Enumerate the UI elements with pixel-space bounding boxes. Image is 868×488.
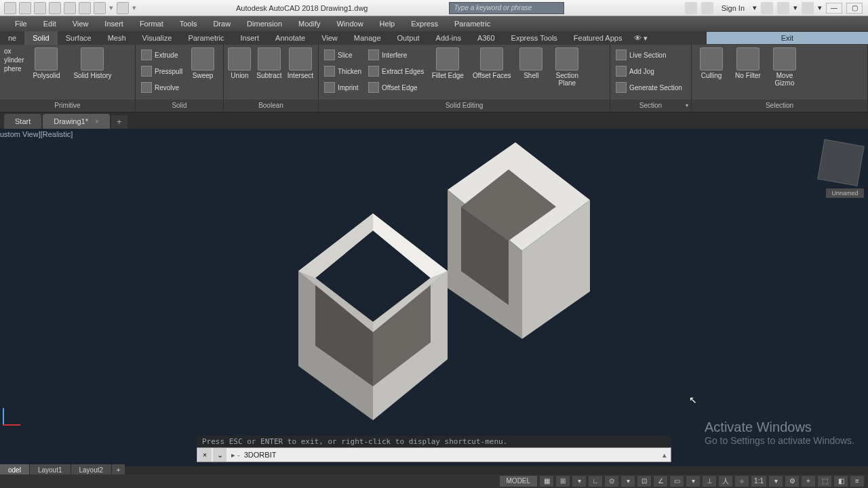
search-box[interactable]: Type a keyword or phrase <box>449 2 564 14</box>
status-3dosnap-icon[interactable]: ∠ <box>654 476 667 487</box>
menu-window[interactable]: Window <box>328 20 371 28</box>
status-snap-icon[interactable]: ⊞ <box>556 476 570 487</box>
tab-close-icon[interactable]: × <box>95 118 99 125</box>
user-icon[interactable] <box>701 2 713 14</box>
ribtab-annotate[interactable]: Annotate <box>267 31 313 45</box>
subtract-button[interactable]: Subtract <box>256 47 283 79</box>
intersect-button[interactable]: Intersect <box>287 47 314 79</box>
menu-help[interactable]: Help <box>372 20 403 28</box>
status-custom-icon[interactable]: ≡ <box>850 476 864 487</box>
ribtab-a360[interactable]: A360 <box>469 31 503 45</box>
slice-button[interactable]: Slice <box>323 47 363 62</box>
menu-view[interactable]: View <box>64 20 97 28</box>
ribtab-solid[interactable]: Solid <box>24 31 57 45</box>
presspull-button[interactable]: Presspull <box>140 64 184 79</box>
livesection-button[interactable]: Live Section <box>614 47 684 62</box>
menu-insert[interactable]: Insert <box>96 20 132 28</box>
menu-modify[interactable]: Modify <box>290 20 328 28</box>
interfere-button[interactable]: Interfere <box>367 47 425 62</box>
undo-button[interactable] <box>94 2 106 14</box>
sectionplane-button[interactable]: Section Plane <box>549 47 585 87</box>
status-plus-icon[interactable]: + <box>802 476 815 487</box>
exchange-icon[interactable] <box>685 2 697 14</box>
ribtab-manage[interactable]: Manage <box>346 31 389 45</box>
status-ortho-icon[interactable]: ∟ <box>589 476 602 487</box>
help-icon[interactable] <box>802 2 814 14</box>
signin-dropdown-icon[interactable]: ▾ <box>753 3 757 12</box>
sign-in-label[interactable]: Sign In <box>717 4 749 12</box>
ribtab-view[interactable]: View <box>313 31 346 45</box>
thicken-button[interactable]: Thicken <box>323 64 363 79</box>
imprint-button[interactable]: Imprint <box>323 80 363 95</box>
exit-button[interactable]: Exit <box>707 32 868 44</box>
minimize-button[interactable]: — <box>826 3 842 14</box>
menu-parametric[interactable]: Parametric <box>446 20 498 28</box>
extrude-button[interactable]: Extrude <box>140 47 184 62</box>
movegizmo-button[interactable]: Move Gizmo <box>769 47 800 87</box>
command-options-button[interactable]: ⌄ <box>213 448 226 462</box>
tab-add-button[interactable]: + <box>111 115 127 129</box>
addjog-button[interactable]: Add Jog <box>614 64 684 79</box>
status-dd1-icon[interactable]: ▾ <box>572 476 586 487</box>
tab-drawing1[interactable]: Drawing1*× <box>43 114 110 129</box>
ribtab-toggle-icon[interactable]: 👁 ▾ <box>630 31 652 45</box>
panel-section-title[interactable]: Section <box>610 100 691 112</box>
plot-button[interactable] <box>79 2 91 14</box>
ribtab-addins[interactable]: Add-ins <box>428 31 469 45</box>
redo-button[interactable] <box>117 2 129 14</box>
status-dd4-icon[interactable]: ▾ <box>769 476 783 487</box>
ribtab-home[interactable]: ne <box>0 31 24 45</box>
offsetedge-button[interactable]: Offset Edge <box>367 80 425 95</box>
ribtab-output[interactable]: Output <box>389 31 428 45</box>
menu-edit[interactable]: Edit <box>35 20 64 28</box>
command-history-button[interactable]: ▴ <box>658 451 671 460</box>
union-button[interactable]: Union <box>228 47 252 79</box>
qat-dropdown2-icon[interactable]: ▾ <box>132 3 137 12</box>
new-button[interactable] <box>19 2 31 14</box>
status-lineweight-icon[interactable]: ⊥ <box>703 476 716 487</box>
revolve-button[interactable]: Revolve <box>140 80 184 95</box>
cloud-icon[interactable] <box>777 2 789 14</box>
status-scale[interactable]: 1:1 <box>751 476 766 487</box>
ribtab-insert[interactable]: Insert <box>233 31 268 45</box>
cylinder-button[interactable]: ylinder <box>4 56 24 64</box>
command-close-button[interactable]: × <box>198 448 212 462</box>
box-button[interactable]: ox <box>4 47 24 55</box>
generatesection-button[interactable]: Generate Section <box>614 80 684 95</box>
ribtab-express[interactable]: Express Tools <box>503 31 566 45</box>
status-tpy-icon[interactable]: 人 <box>719 476 732 487</box>
tab-start[interactable]: Start <box>4 114 41 129</box>
cart-icon[interactable] <box>761 2 773 14</box>
shell-button[interactable]: Shell <box>517 47 545 79</box>
status-gear-icon[interactable]: ⚙ <box>785 476 799 487</box>
ribtab-surface[interactable]: Surface <box>58 31 100 45</box>
help-dropdown-icon[interactable]: ▾ <box>818 3 822 12</box>
saveas-button[interactable] <box>64 2 76 14</box>
status-clean-icon[interactable]: ◧ <box>834 476 848 487</box>
filletedge-button[interactable]: Fillet Edge <box>429 47 466 79</box>
menu-file[interactable]: File <box>7 20 35 28</box>
menu-express[interactable]: Express <box>403 20 446 28</box>
status-dd3-icon[interactable]: ▾ <box>686 476 700 487</box>
status-grid-icon[interactable]: ▦ <box>540 476 553 487</box>
ribtab-featured[interactable]: Featured Apps <box>566 31 631 45</box>
viewport[interactable]: ustom View][Realistic] Unnamed ↖ Activat… <box>0 129 868 466</box>
status-dyn-icon[interactable]: ▭ <box>670 476 684 487</box>
menu-draw[interactable]: Draw <box>205 20 239 28</box>
menu-tools[interactable]: Tools <box>172 20 205 28</box>
status-dd2-icon[interactable]: ▾ <box>621 476 635 487</box>
command-text[interactable]: 3DORBIT <box>244 451 658 459</box>
app-menu-button[interactable] <box>4 2 16 14</box>
status-iso-icon[interactable]: ⬚ <box>818 476 831 487</box>
menu-dimension[interactable]: Dimension <box>239 20 290 28</box>
polysolid-button[interactable]: Polysolid <box>28 47 64 79</box>
maximize-button[interactable]: ▢ <box>846 3 863 14</box>
command-line[interactable]: × ⌄ ▸ - 3DORBIT ▴ <box>197 447 671 462</box>
menu-format[interactable]: Format <box>132 20 172 28</box>
viewport-label[interactable]: ustom View][Realistic] <box>0 130 73 138</box>
ribtab-visualize[interactable]: Visualize <box>134 31 180 45</box>
save-button[interactable] <box>49 2 61 14</box>
cloud-dropdown-icon[interactable]: ▾ <box>793 3 797 12</box>
sweep-button[interactable]: Sweep <box>188 47 218 79</box>
status-model[interactable]: MODEL <box>500 476 538 487</box>
